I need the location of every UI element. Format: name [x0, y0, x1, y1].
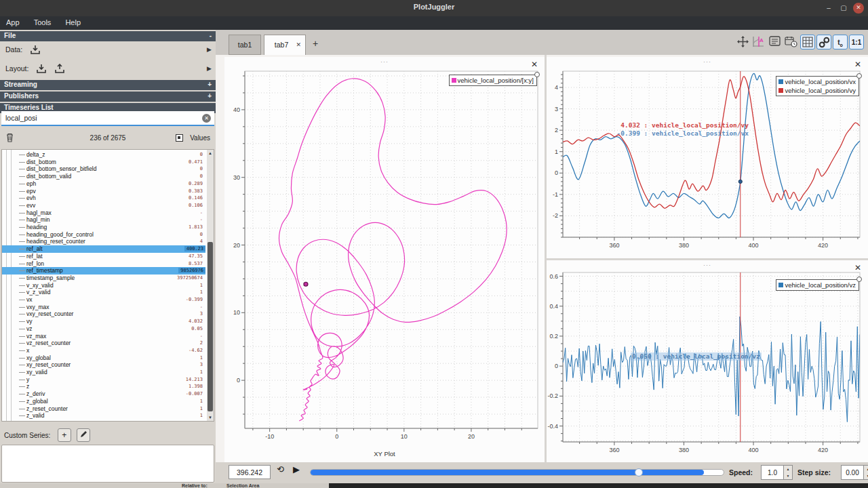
tree-row[interactable]: evv0.106 — [2, 202, 205, 209]
tree-row[interactable]: vxy_max- — [2, 304, 205, 311]
layout-expand-arrow[interactable]: ▶ — [207, 65, 212, 72]
section-publishers[interactable]: Publishers + — [0, 92, 216, 102]
legend-button[interactable] — [767, 35, 782, 49]
xy-plot-panel[interactable]: ··· ✕ -1001020010203040 vehicle_local_po… — [224, 57, 545, 462]
tree-row[interactable]: z_deriv-0.007 — [2, 390, 205, 398]
tree-row[interactable]: xy_global1 — [2, 354, 205, 362]
tree-row[interactable]: z1.398 — [2, 383, 205, 390]
tree-row[interactable]: hagl_min- — [2, 216, 205, 224]
tree-row[interactable]: v_xy_valid1 — [2, 282, 205, 289]
load-data-button[interactable] — [30, 45, 41, 56]
tab-tab1[interactable]: tab1 — [229, 35, 261, 55]
minimize-button[interactable]: – — [823, 3, 834, 14]
search-input[interactable]: local_posi — [1, 111, 214, 126]
section-file[interactable]: File - — [0, 31, 216, 41]
tree-row[interactable]: dist_bottom_valid0 — [2, 173, 205, 180]
tree-row[interactable]: evh0.146 — [2, 195, 205, 202]
tree-row[interactable]: delta_z0 — [2, 151, 205, 159]
time-offset-button[interactable]: to — [833, 35, 848, 49]
values-checkbox[interactable] — [176, 134, 183, 142]
edit-custom-series-button[interactable] — [77, 428, 90, 442]
ratio-1-1-button[interactable]: 1:1 — [849, 35, 864, 49]
tree-row[interactable]: ref_timestamp98526976 — [2, 267, 205, 274]
custom-series-list[interactable] — [1, 445, 214, 483]
legend-swatch — [778, 79, 783, 84]
current-time-field[interactable]: 396.242 — [229, 465, 271, 479]
svg-text:-1: -1 — [553, 191, 558, 198]
add-custom-series-button[interactable]: + — [58, 428, 71, 442]
tree-row[interactable]: z_reset_counter1 — [2, 405, 205, 413]
date-time-button[interactable] — [783, 35, 798, 49]
xy-legend[interactable]: vehicle_local_position/[x:y] — [449, 75, 537, 86]
tree-row[interactable]: hagl_max- — [2, 209, 205, 217]
svg-text:360: 360 — [609, 447, 619, 453]
add-tab-button[interactable]: + — [313, 38, 318, 49]
tree-row[interactable]: xy_valid1 — [2, 369, 205, 376]
step-spinner-arrows[interactable]: ▲▼ — [863, 465, 868, 480]
timeseries-tree[interactable]: ▲ ▼ delta_z0dist_bottom0.471dist_bottom_… — [1, 149, 214, 422]
time-slider[interactable] — [310, 469, 724, 476]
menu-tools[interactable]: Tools — [28, 16, 58, 28]
tree-row[interactable]: eph0.289 — [2, 180, 205, 188]
svg-text:A: A — [760, 37, 764, 43]
scroll-up-icon[interactable]: ▲ — [207, 151, 214, 155]
menu-help[interactable]: Help — [59, 16, 87, 28]
tree-row[interactable]: ref_lon8.537 — [2, 260, 205, 268]
tree-row[interactable]: z_global1 — [2, 398, 205, 405]
tree-row[interactable]: dist_bottom_sensor_bitfield0 — [2, 165, 205, 173]
speed-spinner-arrows[interactable]: ▲▼ — [783, 465, 793, 480]
tree-row[interactable]: y14.213 — [2, 376, 205, 384]
vz-plot-panel[interactable]: ··· ✕ 360380400420-0.4-0.200.20.40.6 veh… — [547, 260, 868, 462]
vz-legend[interactable]: vehicle_local_position/vz — [776, 279, 859, 291]
step-spinbox[interactable]: 0.00 — [841, 465, 864, 480]
svg-text:40: 40 — [233, 106, 240, 113]
tree-row[interactable]: vz_max- — [2, 333, 205, 340]
vx-vy-plot-panel[interactable]: ··· ✕ 360380400420-2-101234 vehicle_loca… — [547, 57, 868, 258]
loop-button[interactable]: ⟲ — [277, 464, 284, 474]
tree-row[interactable]: xy_reset_counter3 — [2, 361, 205, 369]
tree-scrollbar[interactable]: ▲ ▼ — [207, 150, 214, 421]
tab-tab7[interactable]: tab7 ✕ — [264, 35, 306, 55]
curve-tracker-button[interactable]: A — [751, 35, 766, 49]
scrollbar-thumb[interactable] — [208, 242, 213, 411]
maximize-button[interactable]: ▢ — [838, 3, 849, 14]
tree-row[interactable]: vz_reset_counter2 — [2, 340, 205, 347]
svg-text:20: 20 — [233, 242, 240, 249]
tree-row[interactable]: vz0.05 — [2, 325, 205, 333]
load-layout-button[interactable] — [36, 64, 47, 75]
link-ranges-button[interactable] — [816, 35, 831, 49]
grid-view-button[interactable] — [800, 35, 815, 49]
tree-row[interactable]: heading1.813 — [2, 224, 205, 231]
tree-row[interactable]: vx-0.399 — [2, 296, 205, 304]
tree-row[interactable]: heading_reset_counter4 — [2, 238, 205, 245]
tree-row[interactable]: z_valid1 — [2, 412, 205, 420]
slider-handle[interactable] — [635, 468, 643, 476]
speed-label: Speed: — [729, 468, 753, 476]
tree-row[interactable]: ref_lat47.35 — [2, 253, 205, 260]
speed-spinbox[interactable]: 1.0 — [761, 465, 784, 480]
window-title: PlotJuggler — [0, 3, 868, 11]
svg-text:-2: -2 — [553, 212, 558, 219]
play-button[interactable]: ▶ — [293, 464, 300, 474]
data-expand-arrow[interactable]: ▶ — [207, 46, 212, 53]
tree-row[interactable]: ref_alt400.23 — [2, 245, 205, 253]
selection-area-label: Selection Area — [226, 483, 259, 488]
menu-app[interactable]: App — [0, 16, 26, 28]
scroll-down-icon[interactable]: ▼ — [207, 415, 214, 420]
save-layout-button[interactable] — [54, 64, 65, 75]
tree-row[interactable]: v_z_valid1 — [2, 289, 205, 296]
close-button[interactable]: ✕ — [853, 3, 864, 14]
svg-text:30: 30 — [233, 174, 240, 181]
tree-row[interactable]: epv0.383 — [2, 188, 205, 195]
tree-row[interactable]: vy4.032 — [2, 318, 205, 325]
pan-zoom-button[interactable] — [735, 35, 750, 49]
tree-row[interactable]: dist_bottom0.471 — [2, 159, 205, 166]
section-streaming[interactable]: Streaming + — [0, 80, 216, 90]
tree-row[interactable]: x-4.62 — [2, 347, 205, 354]
tree-row[interactable]: timestamp_sample397250674 — [2, 274, 205, 282]
tree-row[interactable]: heading_good_for_control0 — [2, 231, 205, 239]
clear-search-icon[interactable]: ✕ — [202, 114, 211, 123]
vx-vy-legend[interactable]: vehicle_local_position/vx vehicle_local_… — [776, 76, 859, 96]
tree-row[interactable]: vxy_reset_counter3 — [2, 310, 205, 318]
close-tab-icon[interactable]: ✕ — [296, 41, 301, 48]
